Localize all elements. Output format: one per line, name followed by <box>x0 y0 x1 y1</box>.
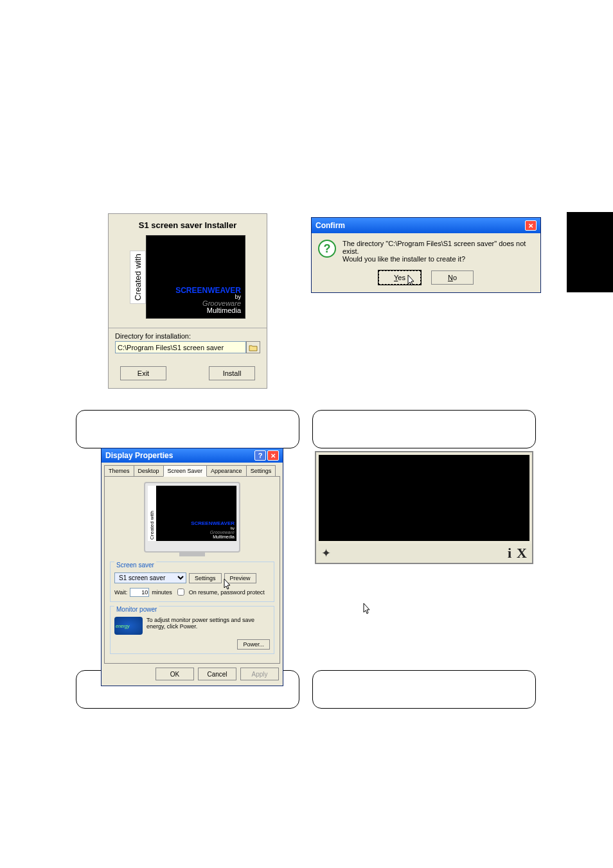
question-icon: ? <box>318 240 336 258</box>
caption-box-4 <box>312 670 536 709</box>
installer-title: S1 screen saver Installer <box>109 214 267 235</box>
close-button[interactable]: ✕ <box>525 220 537 231</box>
monitor-power-fieldset: Monitor power energy To adjust monitor p… <box>110 606 274 654</box>
browse-button[interactable] <box>246 341 260 353</box>
info-icon[interactable]: i <box>508 545 511 562</box>
confirm-message: The directory "C:\Program Files\S1 scree… <box>342 240 534 263</box>
sparkle-cursor-icon: ✦ <box>321 546 331 560</box>
install-button[interactable]: Install <box>209 366 255 380</box>
close-icon[interactable]: X <box>517 545 527 562</box>
exit-button[interactable]: Exit <box>120 366 166 380</box>
multimedia-text: Multimedia <box>175 307 241 314</box>
apply-button[interactable]: Apply <box>240 668 279 680</box>
screensaver-legend: Screen saver <box>114 562 156 569</box>
screensaver-preview-area <box>319 455 529 541</box>
installer-window: S1 screen saver Installer Created with S… <box>108 213 267 389</box>
yes-button[interactable]: Yes <box>378 270 421 285</box>
wait-label: Wait: <box>114 589 127 596</box>
monitor-power-legend: Monitor power <box>114 606 159 613</box>
created-with-label: Created with <box>130 251 146 304</box>
no-button[interactable]: No <box>431 270 474 285</box>
caption-box-1 <box>76 410 299 448</box>
ok-button[interactable]: OK <box>155 668 194 680</box>
cancel-button[interactable]: Cancel <box>198 668 236 680</box>
minutes-label: minutes <box>152 589 172 596</box>
directory-label: Directory for installation: <box>115 332 260 340</box>
confirm-title-text: Confirm <box>315 221 345 230</box>
confirm-dialog: Confirm ✕ ? The directory "C:\Program Fi… <box>311 217 541 293</box>
directory-input[interactable] <box>115 341 246 353</box>
tab-themes[interactable]: Themes <box>104 465 134 476</box>
cursor-icon <box>363 603 372 615</box>
tab-settings[interactable]: Settings <box>246 465 276 476</box>
tabs: Themes Desktop Screen Saver Appearance S… <box>102 463 283 476</box>
preview-image: SCREENWEAVER by Grooveware Multimedia <box>146 235 245 319</box>
resume-label: On resume, password protect <box>189 589 265 596</box>
tab-screensaver[interactable]: Screen Saver <box>163 465 208 477</box>
caption-box-2 <box>312 410 536 448</box>
energy-star-icon: energy <box>114 617 143 635</box>
settings-button[interactable]: Settings <box>189 573 222 583</box>
preview-button[interactable]: Preview <box>224 573 256 583</box>
monitor-power-text: To adjust monitor power settings and sav… <box>147 617 270 635</box>
screensaver-preview-panel: ✦ i X <box>315 451 533 564</box>
screenweaver-text: SCREENWEAVER <box>175 287 241 294</box>
display-properties-window: Display Properties ? ✕ Themes Desktop Sc… <box>101 448 283 686</box>
monitor-preview: Created with SCREENWEAVER by Grooveware … <box>110 482 274 556</box>
resume-checkbox[interactable] <box>177 589 184 596</box>
screensaver-select[interactable]: S1 screen saver <box>114 572 186 583</box>
decorative-black-box <box>567 212 613 292</box>
tab-desktop[interactable]: Desktop <box>134 465 164 476</box>
wait-spinner[interactable] <box>130 588 149 597</box>
screensaver-fieldset: Screen saver S1 screen saver Settings Pr… <box>110 562 274 602</box>
tab-appearance[interactable]: Appearance <box>206 465 247 476</box>
installer-preview: Created with SCREENWEAVER by Grooveware … <box>109 235 267 319</box>
dp-title-text: Display Properties <box>105 451 173 460</box>
help-button[interactable]: ? <box>254 450 266 461</box>
close-button[interactable]: ✕ <box>267 450 279 461</box>
power-button[interactable]: Power... <box>237 639 270 650</box>
